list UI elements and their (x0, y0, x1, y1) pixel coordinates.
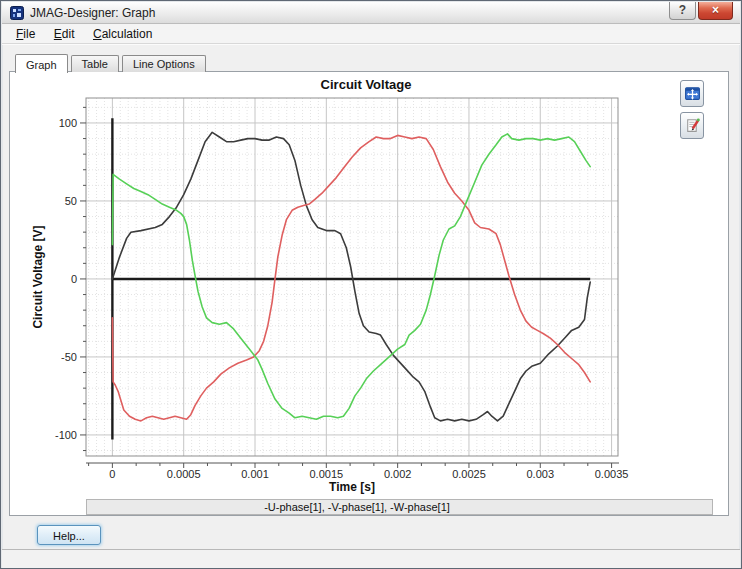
tab-strip: Graph Table Line Options (15, 53, 209, 72)
jmag-graph-window: JMAG-Designer: Graph ? × File Edit Calcu… (0, 0, 742, 569)
tab-graph[interactable]: Graph (15, 54, 68, 73)
legend-text: -U-phase[1], -V-phase[1], -W-phase[1] (264, 501, 450, 513)
svg-text:0.003: 0.003 (527, 468, 555, 480)
y-axis-title: Circuit Voltage [V] (31, 177, 47, 377)
help-button[interactable]: Help... (37, 525, 101, 545)
edit-properties-icon (684, 117, 701, 134)
fit-view-icon (684, 85, 701, 102)
svg-text:0.002: 0.002 (384, 468, 412, 480)
svg-text:0.0005: 0.0005 (167, 468, 201, 480)
tab-table[interactable]: Table (71, 55, 119, 72)
x-axis-title: Time [s] (252, 480, 452, 494)
svg-text:0.0015: 0.0015 (309, 468, 343, 480)
svg-text:-100: -100 (55, 429, 77, 441)
svg-text:0.0025: 0.0025 (452, 468, 486, 480)
svg-text:0.0035: 0.0035 (595, 468, 629, 480)
tab-line-options[interactable]: Line Options (122, 55, 206, 72)
svg-text:0: 0 (71, 273, 77, 285)
svg-text:-50: -50 (61, 351, 77, 363)
svg-text:0.001: 0.001 (241, 468, 269, 480)
edit-properties-button[interactable] (680, 112, 704, 139)
svg-text:50: 50 (65, 195, 77, 207)
svg-text:100: 100 (59, 117, 77, 129)
help-button-label: Help... (53, 530, 85, 542)
fit-view-button[interactable] (680, 80, 704, 107)
chart-title: Circuit Voltage (266, 77, 466, 92)
legend-bar: -U-phase[1], -V-phase[1], -W-phase[1] (86, 499, 713, 515)
svg-text:0: 0 (109, 468, 115, 480)
